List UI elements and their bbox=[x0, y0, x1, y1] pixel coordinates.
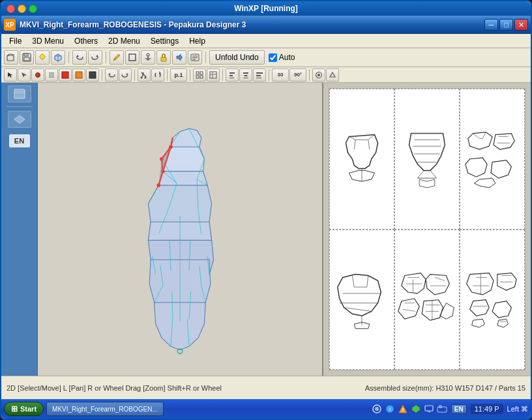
tray-display-icon[interactable] bbox=[424, 404, 434, 414]
tray-icon5[interactable] bbox=[437, 404, 447, 414]
tb2-orangefill-btn[interactable] bbox=[72, 68, 85, 82]
svg-marker-134 bbox=[475, 178, 495, 188]
sidebar-tool-1[interactable] bbox=[8, 85, 31, 102]
svg-rect-46 bbox=[244, 78, 248, 78]
tb-anchor-btn[interactable] bbox=[141, 50, 155, 65]
svg-rect-38 bbox=[210, 72, 216, 78]
tray-icon2[interactable]: i bbox=[385, 404, 395, 414]
statusbar-right-text: Assembled size(mm): H310 W157 D147 / Par… bbox=[365, 384, 525, 392]
tb-sep3 bbox=[205, 52, 206, 63]
paper-cell-3 bbox=[460, 89, 525, 230]
svg-rect-179 bbox=[425, 406, 433, 411]
svg-marker-17 bbox=[177, 54, 181, 61]
tray-network-icon[interactable] bbox=[372, 404, 382, 414]
tb2-align3-btn[interactable] bbox=[253, 68, 266, 82]
tray-icons: i ! bbox=[372, 404, 447, 414]
svg-line-137 bbox=[367, 275, 368, 287]
app-min-btn[interactable]: ─ bbox=[484, 19, 498, 31]
tb2-arrow-btn[interactable] bbox=[18, 68, 31, 82]
taskbar-right: i ! EN 11:49 P Left ⌘ bbox=[372, 404, 528, 414]
auto-checkbox-label[interactable]: Auto bbox=[269, 53, 295, 62]
tb2-select-btn[interactable] bbox=[4, 68, 17, 82]
paper-cell-6 bbox=[460, 230, 525, 370]
2d-paper-grid bbox=[329, 88, 525, 370]
svg-rect-28 bbox=[76, 72, 82, 78]
menu-settings[interactable]: Settings bbox=[145, 35, 184, 47]
tb-pencil-btn[interactable] bbox=[110, 50, 124, 65]
tb2-sep6 bbox=[269, 69, 269, 81]
tb-save-btn[interactable] bbox=[20, 50, 34, 65]
menu-help[interactable]: Help bbox=[184, 35, 211, 47]
tb2-page-btn[interactable]: p.1 bbox=[170, 68, 187, 82]
svg-point-23 bbox=[36, 72, 40, 77]
tb2-lines-btn[interactable] bbox=[45, 68, 58, 82]
app-close-btn[interactable]: ✕ bbox=[514, 19, 528, 31]
svg-rect-27 bbox=[62, 72, 68, 78]
os-window-controls bbox=[7, 5, 37, 13]
statusbar-left-text: 2D [Select/Move] L [Pan] R or Wheel Drag… bbox=[7, 384, 222, 392]
sidebar-tool-2[interactable] bbox=[8, 111, 31, 128]
menu-file[interactable]: File bbox=[4, 35, 27, 47]
tb-open-btn[interactable] bbox=[4, 50, 18, 65]
tb2-rotate-btn[interactable] bbox=[151, 68, 164, 82]
menu-3dmenu[interactable]: 3D Menu bbox=[27, 35, 69, 47]
os-max-btn[interactable] bbox=[29, 5, 37, 13]
sidebar-tool-en[interactable]: EN bbox=[9, 134, 30, 147]
auto-checkbox-input[interactable] bbox=[269, 53, 277, 62]
tb2-undo2-btn[interactable] bbox=[105, 68, 118, 82]
svg-line-112 bbox=[368, 140, 370, 149]
svg-point-4 bbox=[40, 55, 45, 59]
taskbar-lang[interactable]: EN bbox=[451, 404, 467, 414]
svg-line-136 bbox=[352, 275, 354, 287]
tray-icon3[interactable]: ! bbox=[398, 404, 408, 414]
tb2-darkfill-btn[interactable] bbox=[86, 68, 99, 82]
tb2-dot-btn[interactable] bbox=[31, 68, 44, 82]
svg-text:i: i bbox=[389, 406, 391, 412]
tb-undo-btn[interactable] bbox=[72, 50, 87, 65]
os-close-btn[interactable] bbox=[7, 5, 15, 13]
taskbar-app-btn[interactable]: MKVI_Right_Forearm_ROBOGEN... bbox=[46, 402, 164, 416]
unfold-undo-btn[interactable]: Unfold Undo bbox=[209, 50, 265, 65]
tb2-redfill-btn[interactable] bbox=[59, 68, 72, 82]
window-frame: WinXP [Running] XP MKVI_Right_Forearm_RO… bbox=[0, 0, 532, 420]
svg-marker-148 bbox=[426, 274, 449, 294]
main-content: EN bbox=[1, 83, 531, 376]
tray-security-icon[interactable] bbox=[411, 404, 421, 414]
taskbar: ⊞ Start MKVI_Right_Forearm_ROBOGEN... i … bbox=[1, 399, 531, 419]
tb-list-btn[interactable] bbox=[188, 50, 202, 65]
split-view bbox=[38, 83, 531, 376]
tb2-zoom2-btn[interactable]: 90° bbox=[289, 68, 306, 82]
tb2-sep1 bbox=[102, 69, 102, 81]
tb-square-btn[interactable] bbox=[125, 50, 140, 65]
svg-marker-133 bbox=[491, 160, 511, 178]
taskbar-rightlabel[interactable]: Left ⌘ bbox=[507, 405, 528, 413]
start-button[interactable]: ⊞ Start bbox=[4, 402, 44, 416]
tb2-zoom1-btn[interactable]: 30 bbox=[272, 68, 289, 82]
tb-lock-btn[interactable] bbox=[156, 50, 171, 65]
menu-2dmenu[interactable]: 2D Menu bbox=[103, 35, 145, 47]
svg-line-149 bbox=[435, 277, 445, 280]
tb2-extra1-btn[interactable] bbox=[312, 68, 325, 82]
svg-marker-144 bbox=[402, 273, 426, 293]
tb2-align1-btn[interactable] bbox=[226, 68, 239, 82]
tb2-redo2-btn[interactable] bbox=[119, 68, 132, 82]
tb2-cut-btn[interactable] bbox=[138, 68, 151, 82]
tb2-grid-btn[interactable] bbox=[193, 68, 206, 82]
os-min-btn[interactable] bbox=[18, 5, 26, 13]
tb-redo-btn[interactable] bbox=[88, 50, 102, 65]
tb2-grid2-btn[interactable] bbox=[207, 68, 220, 82]
svg-point-95 bbox=[156, 183, 160, 187]
menu-others[interactable]: Others bbox=[69, 35, 103, 47]
svg-rect-29 bbox=[89, 72, 96, 78]
tb-cube-btn[interactable] bbox=[51, 50, 65, 65]
statusbar: 2D [Select/Move] L [Pan] R or Wheel Drag… bbox=[1, 376, 531, 399]
tb-sound-btn[interactable] bbox=[172, 50, 186, 65]
app-window: XP MKVI_Right_Forearm_ROBOGENESIS - Pepa… bbox=[1, 16, 531, 399]
tb2-align2-btn[interactable] bbox=[239, 68, 252, 82]
app-max-btn[interactable]: □ bbox=[499, 19, 513, 31]
svg-marker-129 bbox=[494, 134, 514, 150]
svg-marker-55 bbox=[14, 115, 25, 123]
tb2-extra2-btn[interactable] bbox=[326, 68, 339, 82]
svg-rect-3 bbox=[24, 57, 29, 61]
tb-light-btn[interactable] bbox=[35, 50, 50, 65]
